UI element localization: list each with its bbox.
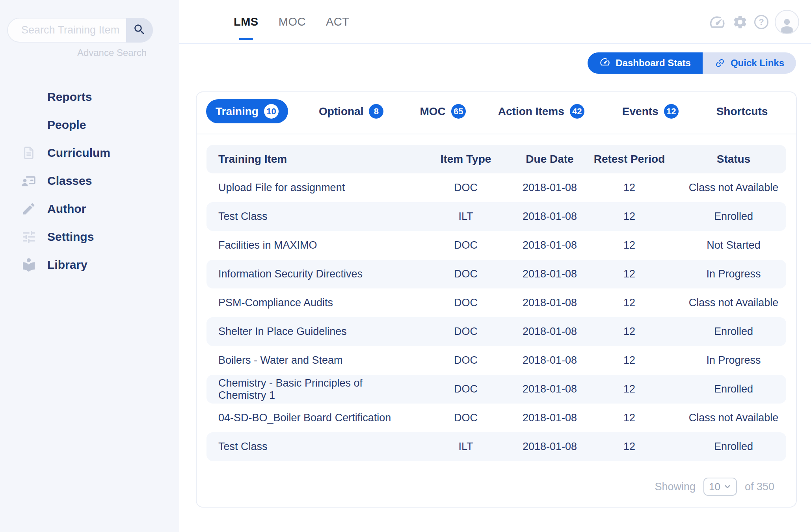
item-type-cell: DOC [411,383,520,395]
table-row[interactable]: Upload File for assignment DOC 2018-01-0… [206,173,786,202]
item-type-cell: DOC [411,297,520,309]
tab-moc[interactable]: MOC [279,0,306,44]
table-row[interactable]: Test Class ILT 2018-01-08 12 Enrolled [206,432,786,461]
sidebar-item-label: People [47,118,86,132]
due-date-cell: 2018-01-08 [520,210,579,223]
pencil-icon [20,201,37,217]
sidebar-nav: Reports People Curriculum Classes Author [0,83,179,279]
showing-label: Showing [655,481,696,493]
help-icon[interactable]: ? [754,15,768,29]
module-tabs: LMS MOC ACT [234,0,349,44]
sidebar-item-label: Settings [47,230,94,244]
retest-period-cell: 12 [579,239,679,251]
count-badge: 42 [570,104,584,119]
advance-search-link[interactable]: Advance Search [0,47,147,58]
due-date-cell: 2018-01-08 [520,297,579,309]
quick-links-button[interactable]: Quick Links [703,52,796,74]
tab-events[interactable]: Events 12 [622,104,679,119]
tab-label: Action Items [498,105,564,118]
speedometer-icon [599,56,610,70]
tab-act[interactable]: ACT [326,0,350,44]
status-cell: Enrolled [679,210,788,223]
training-table: Training Item Item Type Due Date Retest … [197,145,796,496]
status-cell: Enrolled [679,383,788,395]
due-date-cell: 2018-01-08 [520,268,579,280]
retest-period-cell: 12 [579,441,679,453]
count-badge: 12 [664,104,679,119]
search-icon [133,23,146,37]
table-row[interactable]: Shelter In Place Guidelines DOC 2018-01-… [206,317,786,346]
view-toggle: Dashboard Stats Quick Links [588,52,796,74]
search-button[interactable] [126,18,153,43]
status-cell: In Progress [679,354,788,366]
retest-period-cell: 12 [579,210,679,223]
blank-icon [20,89,37,105]
training-item-cell: Facilities in MAXIMO [206,239,411,251]
sidebar-item-people[interactable]: People [0,111,179,139]
tab-optional[interactable]: Optional 8 [319,104,384,119]
header-icon-group: ? [709,0,799,44]
sidebar-item-settings[interactable]: Settings [0,223,179,251]
item-type-cell: ILT [411,210,520,223]
tab-action-items[interactable]: Action Items 42 [498,104,584,119]
training-item-cell: Shelter In Place Guidelines [206,326,411,338]
item-type-cell: DOC [411,412,520,424]
sidebar-item-classes[interactable]: Classes [0,167,179,195]
column-header: Training Item [206,153,411,166]
status-cell: Enrolled [679,441,788,453]
sidebar-item-label: Author [47,202,86,216]
page-size-value: 10 [709,481,720,493]
status-cell: Enrolled [679,326,788,338]
sidebar-item-label: Curriculum [47,146,110,160]
retest-period-cell: 12 [579,297,679,309]
active-tab-underline [239,38,253,40]
table-row[interactable]: Test Class ILT 2018-01-08 12 Enrolled [206,202,786,231]
table-row[interactable]: 04-SD-BO_Boiler Board Certification DOC … [206,404,786,432]
table-row[interactable]: PSM-Compliance Audits DOC 2018-01-08 12 … [206,288,786,317]
tab-moc-items[interactable]: MOC 65 [420,104,465,119]
retest-period-cell: 12 [579,268,679,280]
dashboard-card: Training 10 Optional 8 MOC 65 Action Ite… [196,91,797,508]
due-date-cell: 2018-01-08 [520,441,579,453]
table-row[interactable]: Information Security Directives DOC 2018… [206,260,786,288]
retest-period-cell: 12 [579,182,679,194]
page-size-dropdown[interactable]: 10 [703,478,737,496]
training-item-cell: PSM-Compliance Audits [206,297,411,309]
status-cell: In Progress [679,268,788,280]
due-date-cell: 2018-01-08 [520,326,579,338]
blank-icon [20,117,37,133]
dashboard-stats-label: Dashboard Stats [616,58,691,69]
retest-period-cell: 12 [579,326,679,338]
sidebar-item-author[interactable]: Author [0,195,179,223]
status-cell: Class not Available [679,297,788,309]
tab-label: MOC [420,105,445,118]
column-header: Retest Period [579,153,679,166]
sidebar-item-reports[interactable]: Reports [0,83,179,111]
sidebar-item-label: Classes [47,174,92,188]
avatar[interactable] [775,10,799,34]
chevron-down-icon [724,483,731,491]
retest-period-cell: 12 [579,383,679,395]
column-header: Status [679,153,788,166]
due-date-cell: 2018-01-08 [520,182,579,194]
tab-training[interactable]: Training 10 [206,99,288,123]
dashboard-stats-button[interactable]: Dashboard Stats [588,52,703,74]
speedometer-icon[interactable] [709,13,726,31]
tab-label: MOC [279,15,306,28]
item-type-cell: DOC [411,182,520,194]
tab-shortcuts[interactable]: Shortcuts [716,105,768,118]
sidebar-item-library[interactable]: Library [0,251,179,279]
item-type-cell: DOC [411,354,520,366]
table-row[interactable]: Chemistry - Basic Principles of Chemistr… [206,375,786,404]
table-row[interactable]: Boilers - Water and Steam DOC 2018-01-08… [206,346,786,375]
count-badge: 65 [451,104,466,119]
sidebar-item-curriculum[interactable]: Curriculum [0,139,179,167]
table-row[interactable]: Facilities in MAXIMO DOC 2018-01-08 12 N… [206,231,786,260]
tab-label: Events [622,105,658,118]
training-item-cell: Boilers - Water and Steam [206,354,411,366]
column-header: Item Type [411,153,520,166]
status-cell: Class not Available [679,182,788,194]
tab-lms[interactable]: LMS [234,0,259,44]
status-cell: Not Started [679,239,788,251]
gear-icon[interactable] [732,14,748,30]
